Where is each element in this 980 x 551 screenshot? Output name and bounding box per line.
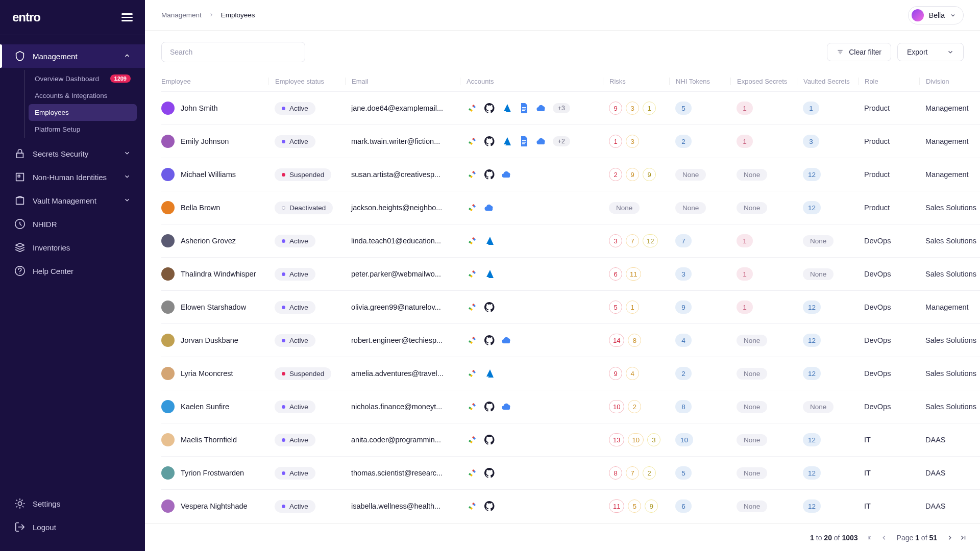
- count-badge: 1: [737, 267, 753, 281]
- email-cell: isabella.wellness@health...: [345, 502, 460, 510]
- column-header[interactable]: Exposed Secrets: [730, 78, 797, 85]
- risks-cell: 13: [603, 135, 669, 148]
- table-row[interactable]: Bella BrownDeactivatedjackson.heights@ne…: [161, 191, 980, 224]
- avatar: [161, 367, 175, 380]
- sidebar-item-non-human-identities[interactable]: Non-Human Identities: [0, 165, 145, 189]
- exposed-secrets-cell: None: [730, 169, 797, 181]
- column-header[interactable]: Accounts: [460, 78, 603, 85]
- clear-filter-button[interactable]: Clear filter: [827, 43, 891, 61]
- avatar: [161, 135, 175, 148]
- risk-badge: 7: [626, 466, 639, 480]
- risk-badge: 8: [628, 334, 641, 347]
- sidebar-item-logout[interactable]: Logout: [0, 515, 145, 539]
- employee-name: Bella Brown: [181, 204, 220, 212]
- none-badge: None: [675, 169, 706, 181]
- sidebar-item-settings[interactable]: Settings: [0, 492, 145, 515]
- column-header[interactable]: Email: [345, 78, 460, 85]
- table-row[interactable]: Kaelen SunfireActivenicholas.finance@mon…: [161, 390, 980, 423]
- email-cell: jackson.heights@neighbo...: [345, 204, 460, 212]
- table-row[interactable]: Vespera NightshadeActiveisabella.wellnes…: [161, 489, 980, 522]
- count-badge: 12: [803, 499, 821, 513]
- sidebar-item-secrets-security[interactable]: Secrets Security: [0, 142, 145, 165]
- email-cell: linda.teach01@education...: [345, 237, 460, 245]
- github-icon: [483, 135, 496, 147]
- column-header[interactable]: Role: [858, 78, 919, 85]
- role-cell: DevOps: [858, 270, 919, 278]
- status-label: Suspended: [289, 370, 324, 378]
- table-row[interactable]: Thalindra WindwhisperActivepeter.parker@…: [161, 257, 980, 290]
- more-accounts-badge[interactable]: +2: [553, 136, 570, 146]
- gcloud2-icon: [501, 400, 513, 413]
- table-row[interactable]: Lyria MooncrestSuspendedamelia.adventure…: [161, 357, 980, 390]
- risks-cell: 51: [603, 300, 669, 314]
- status-chip: Active: [275, 400, 315, 413]
- sidebar-item-nhidr[interactable]: NHIDR: [0, 212, 145, 236]
- count-badge: 3: [803, 135, 819, 148]
- column-header[interactable]: NHI Tokens: [669, 78, 730, 85]
- role-cell: DevOps: [858, 403, 919, 411]
- table-row[interactable]: Jorvan DuskbaneActiverobert.engineer@tec…: [161, 323, 980, 357]
- export-button[interactable]: Export: [897, 43, 964, 61]
- exposed-secrets-cell: None: [730, 335, 797, 346]
- risk-badge: 11: [609, 499, 624, 513]
- github-icon: [483, 434, 496, 446]
- nhi-tokens-cell: 10: [669, 433, 730, 446]
- table-row[interactable]: Elowen StarshadowActiveolivia.green99@na…: [161, 290, 980, 323]
- more-accounts-badge[interactable]: +3: [553, 103, 570, 113]
- sidebar: entro ManagementOverview Dashboard1209Ac…: [0, 0, 145, 551]
- column-header[interactable]: Employee: [161, 78, 268, 85]
- sidebar-item-help-center[interactable]: Help Center: [0, 259, 145, 283]
- nav-icon: [14, 218, 26, 230]
- role-cell: DevOps: [858, 237, 919, 245]
- accounts-cell: [460, 367, 603, 380]
- employee-name: Elowen Starshadow: [181, 303, 246, 311]
- gcloud-icon: [466, 334, 478, 346]
- page-prev-icon[interactable]: [880, 534, 888, 541]
- role-cell: Product: [858, 104, 919, 112]
- column-header[interactable]: Vaulted Secrets: [797, 78, 858, 85]
- sidebar-subitem-platform-setup[interactable]: Platform Setup: [29, 121, 137, 138]
- sidebar-subitem-accounts-integrations[interactable]: Accounts & Integrations: [29, 87, 137, 104]
- search-input[interactable]: [161, 42, 305, 62]
- avatar: [161, 466, 175, 480]
- sidebar-subitem-overview-dashboard[interactable]: Overview Dashboard1209: [29, 70, 137, 87]
- count-badge: 1: [737, 300, 753, 314]
- count-badge: 12: [803, 466, 821, 480]
- chevron-down-icon: [124, 196, 131, 205]
- nav-label: Secrets Security: [33, 149, 116, 158]
- count-badge: 12: [803, 201, 821, 214]
- risks-cell: 299: [603, 168, 669, 181]
- accounts-cell: [460, 400, 603, 413]
- vaulted-secrets-cell: 12: [797, 300, 858, 314]
- column-header[interactable]: Employee status: [268, 78, 345, 85]
- menu-toggle-icon[interactable]: [121, 13, 133, 21]
- exposed-secrets-cell: 1: [730, 135, 797, 148]
- nhi-tokens-cell: 7: [669, 234, 730, 247]
- column-header[interactable]: Risks: [603, 78, 669, 85]
- nav-label: Management: [33, 52, 116, 61]
- table-row[interactable]: John SmithActivejane.doe64@examplemail..…: [161, 91, 980, 124]
- status-label: Active: [289, 270, 308, 278]
- table-row[interactable]: Michael WilliamsSuspendedsusan.artista@c…: [161, 158, 980, 191]
- breadcrumb-root[interactable]: Management: [161, 11, 202, 19]
- gcloud-icon: [466, 500, 478, 512]
- status-label: Active: [289, 503, 308, 510]
- page-first-icon[interactable]: [867, 534, 874, 541]
- table-row[interactable]: Emily JohnsonActivemark.twain.writer@fic…: [161, 124, 980, 158]
- sidebar-item-management[interactable]: Management: [0, 44, 145, 68]
- status-chip: Active: [275, 334, 315, 347]
- sidebar-item-inventories[interactable]: Inventories: [0, 236, 145, 259]
- table-row[interactable]: Maelis ThornfieldActiveanita.coder@progr…: [161, 423, 980, 456]
- table-row[interactable]: Tyrion FrostwardenActivethomas.scientist…: [161, 456, 980, 489]
- sidebar-item-vault-management[interactable]: Vault Management: [0, 189, 145, 212]
- page-next-icon[interactable]: [946, 534, 953, 541]
- column-header[interactable]: Division: [919, 78, 980, 85]
- exposed-secrets-cell: None: [730, 500, 797, 512]
- page-last-icon[interactable]: [960, 534, 967, 541]
- sidebar-subitem-employees[interactable]: Employees: [29, 104, 137, 121]
- status-dot-icon: [282, 306, 285, 309]
- user-menu[interactable]: Bella: [908, 6, 964, 24]
- table-row[interactable]: Asherion GrovezActivelinda.teach01@educa…: [161, 224, 980, 257]
- status-chip: Active: [275, 500, 315, 513]
- risk-badge: 3: [609, 234, 622, 247]
